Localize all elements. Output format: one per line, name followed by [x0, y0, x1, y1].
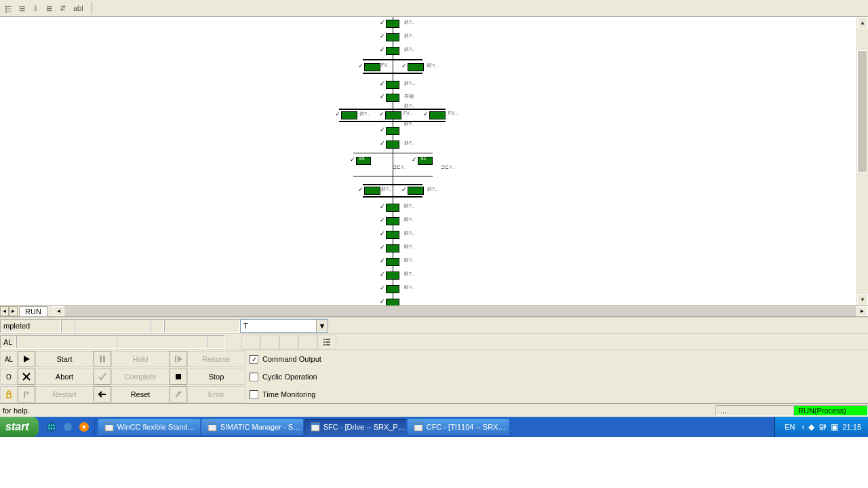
- status-dropdown[interactable]: T ▼: [240, 319, 328, 333]
- cyclic-operation-checkbox[interactable]: Cyclic Operation: [245, 373, 317, 381]
- stop-button[interactable]: [170, 369, 187, 385]
- checkmark-icon: ✓: [380, 203, 385, 210]
- arrange-icon[interactable]: ⇵: [57, 3, 68, 14]
- checkmark-icon: ✓: [380, 257, 385, 264]
- sfc-step[interactable]: [429, 111, 446, 119]
- tab-run[interactable]: RUN: [19, 306, 47, 316]
- checkbox-icon[interactable]: ✓: [250, 355, 258, 364]
- status-cell: [117, 335, 208, 349]
- task-label: CFC - [TI1104 -- SRX…: [427, 423, 506, 431]
- scroll-thumb[interactable]: [857, 50, 867, 172]
- sfc-step[interactable]: [385, 111, 401, 119]
- tray-icon[interactable]: ▣: [831, 422, 838, 432]
- tray-chevron-icon[interactable]: ‹: [802, 422, 804, 432]
- sfc-step[interactable]: [364, 187, 380, 195]
- checkmark-icon: ✓: [379, 111, 384, 117]
- sfc-step[interactable]: [386, 140, 399, 149]
- complete-button[interactable]: [94, 369, 111, 385]
- sfc-step[interactable]: [408, 63, 424, 71]
- time-monitoring-checkbox[interactable]: Time Monitoring: [245, 390, 315, 399]
- sfc-step[interactable]: [386, 204, 399, 212]
- reset-button[interactable]: [94, 386, 111, 402]
- tool-button[interactable]: [279, 335, 298, 350]
- tool-button[interactable]: [260, 335, 279, 350]
- error-button[interactable]: [170, 386, 187, 402]
- scrollbar-track[interactable]: [857, 29, 868, 294]
- language-indicator[interactable]: EN: [782, 422, 797, 432]
- checkmark-icon: ✓: [380, 46, 385, 53]
- taskbar-separator: [94, 419, 95, 435]
- scroll-right-arrow-icon[interactable]: ►: [856, 306, 868, 316]
- taskbar-task-button[interactable]: WinCC flexible Stand…: [98, 419, 200, 435]
- align-center-icon[interactable]: ⊟: [16, 3, 27, 14]
- tool-button[interactable]: [241, 335, 260, 350]
- tool-button[interactable]: [298, 335, 317, 350]
- dropdown-arrow-icon[interactable]: ▼: [316, 320, 328, 332]
- command-output-checkbox[interactable]: ✓ Command Output: [245, 355, 321, 364]
- distribute-icon[interactable]: ⫴: [30, 3, 41, 14]
- checkmark-icon: ✓: [380, 230, 385, 237]
- abort-button[interactable]: [18, 369, 35, 385]
- sfc-step[interactable]: [386, 94, 399, 102]
- sfc-branch: [339, 109, 446, 110]
- scroll-left-arrow-icon[interactable]: ◄: [53, 306, 64, 316]
- scroll-down-arrow-icon[interactable]: ▼: [857, 294, 868, 305]
- error-label: Error: [187, 386, 245, 402]
- tab-prev-icon[interactable]: ◄: [0, 306, 9, 316]
- sfc-step[interactable]: [341, 111, 357, 119]
- sfc-step[interactable]: [386, 244, 399, 252]
- sfc-step[interactable]: [386, 299, 399, 305]
- system-clock[interactable]: 21:15: [842, 423, 861, 431]
- svg-rect-10: [311, 423, 319, 425]
- tab-next-icon[interactable]: ►: [9, 306, 18, 316]
- hold-button[interactable]: [94, 351, 111, 367]
- sfc-step[interactable]: [386, 231, 399, 239]
- sfc-step[interactable]: [408, 187, 424, 195]
- task-label: WinCC flexible Stand…: [117, 423, 195, 431]
- start-button[interactable]: [18, 351, 35, 367]
- ie-icon[interactable]: [44, 419, 59, 434]
- sfc-step[interactable]: [364, 63, 380, 71]
- tray-network-icon[interactable]: 🖳: [818, 422, 827, 432]
- taskbar-task-button[interactable]: SIMATIC Manager - S…: [201, 419, 303, 435]
- restart-button[interactable]: [18, 386, 35, 402]
- desktop-icon[interactable]: [60, 419, 75, 434]
- reset-label[interactable]: Reset: [111, 386, 170, 402]
- scroll-up-arrow-icon[interactable]: ▲: [857, 17, 868, 29]
- sfc-step[interactable]: [386, 47, 399, 55]
- system-tray: EN ‹ ◆ 🖳 ▣ 21:15: [774, 417, 868, 437]
- sfc-step[interactable]: [386, 285, 399, 293]
- sfc-step[interactable]: [386, 271, 399, 280]
- sfc-step[interactable]: [386, 20, 399, 28]
- sfc-canvas[interactable]: ✓斜?.. ✓斜?.. ✓斜?.. ✓FV.. ✓即?.. ✓斜?... ✓存储…: [0, 17, 856, 305]
- checkmark-icon: ✓: [380, 140, 385, 147]
- media-player-icon[interactable]: [77, 419, 92, 434]
- align-left-icon[interactable]: ⬱: [3, 3, 14, 14]
- list-tool-button[interactable]: [317, 335, 336, 350]
- start-button[interactable]: start: [0, 417, 39, 437]
- sfc-step[interactable]: [386, 127, 399, 135]
- start-label[interactable]: Start: [35, 351, 94, 367]
- horizontal-scrollbar[interactable]: ◄ ►: [53, 306, 868, 316]
- checkbox-label: Command Output: [262, 355, 321, 363]
- taskbar-task-button[interactable]: CFC - [TI1104 -- SRX…: [408, 419, 509, 435]
- abort-label[interactable]: Abort: [35, 369, 94, 385]
- checkmark-icon: ✓: [380, 33, 385, 39]
- toolbar-text-label[interactable]: abl: [71, 4, 86, 12]
- unknown-tool-icon[interactable]: ⊞: [43, 3, 54, 14]
- bottom-tab-strip: ◄ ► RUN ◄ ►: [0, 305, 868, 317]
- sfc-step[interactable]: [386, 81, 399, 89]
- help-text: for help.: [0, 407, 715, 415]
- sfc-step[interactable]: [386, 258, 399, 266]
- vertical-scrollbar[interactable]: ▲ ▼: [856, 17, 868, 305]
- resume-button[interactable]: [170, 351, 187, 367]
- checkbox-icon[interactable]: [250, 390, 258, 399]
- checkbox-icon[interactable]: [250, 373, 258, 381]
- sfc-step[interactable]: [386, 33, 399, 41]
- taskbar-task-button[interactable]: SFC - [Drive -- SRX_P…: [304, 419, 406, 435]
- sfc-step-label: 即?..: [404, 284, 414, 291]
- checkmark-icon: ✓: [380, 271, 385, 278]
- tray-icon[interactable]: ◆: [808, 422, 814, 432]
- sfc-step[interactable]: [386, 217, 399, 225]
- stop-label[interactable]: Stop: [187, 369, 245, 385]
